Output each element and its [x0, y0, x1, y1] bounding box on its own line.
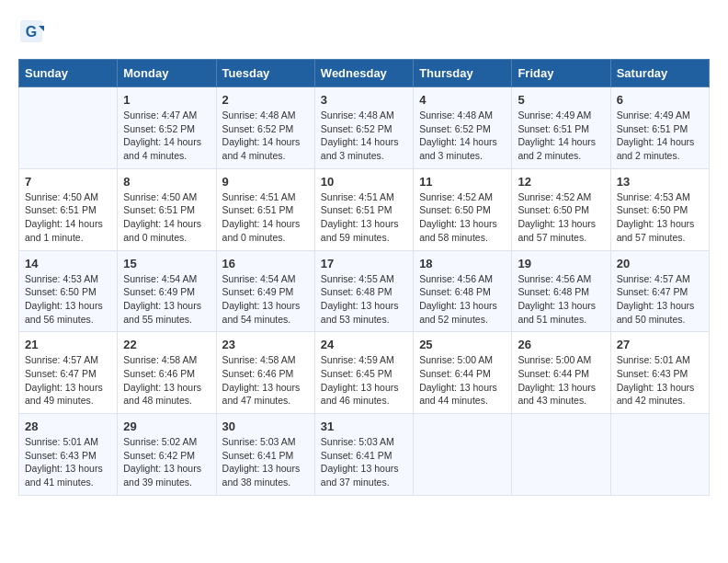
calendar-cell: 25Sunrise: 5:00 AMSunset: 6:44 PMDayligh…	[414, 332, 512, 414]
cell-content: Sunrise: 4:53 AMSunset: 6:50 PMDaylight:…	[25, 272, 111, 327]
cell-content: Sunrise: 4:52 AMSunset: 6:50 PMDaylight:…	[419, 190, 506, 245]
calendar-cell: 9Sunrise: 4:51 AMSunset: 6:51 PMDaylight…	[216, 168, 314, 250]
day-number: 14	[25, 257, 111, 270]
day-number: 24	[321, 338, 407, 351]
day-number: 2	[222, 93, 309, 107]
day-number: 1	[123, 93, 210, 107]
cell-content: Sunrise: 5:00 AMSunset: 6:44 PMDaylight:…	[419, 353, 506, 408]
day-number: 20	[617, 257, 703, 270]
calendar-cell: 10Sunrise: 4:51 AMSunset: 6:51 PMDayligh…	[314, 168, 413, 250]
weekday-header-row: SundayMondayTuesdayWednesdayThursdayFrid…	[19, 60, 710, 87]
calendar-cell	[512, 414, 610, 496]
weekday-header-saturday: Saturday	[610, 60, 709, 87]
calendar-cell	[610, 414, 709, 496]
cell-content: Sunrise: 4:49 AMSunset: 6:51 PMDaylight:…	[518, 109, 604, 163]
day-number: 6	[617, 93, 703, 107]
weekday-header-friday: Friday	[512, 60, 610, 87]
cell-content: Sunrise: 4:48 AMSunset: 6:52 PMDaylight:…	[419, 109, 506, 163]
day-number: 29	[123, 419, 210, 433]
calendar-cell: 30Sunrise: 5:03 AMSunset: 6:41 PMDayligh…	[216, 414, 314, 496]
calendar-cell: 27Sunrise: 5:01 AMSunset: 6:43 PMDayligh…	[610, 332, 709, 414]
cell-content: Sunrise: 4:52 AMSunset: 6:50 PMDaylight:…	[518, 190, 604, 245]
calendar-cell: 11Sunrise: 4:52 AMSunset: 6:50 PMDayligh…	[414, 168, 512, 250]
cell-content: Sunrise: 5:03 AMSunset: 6:41 PMDaylight:…	[321, 435, 407, 489]
calendar-cell: 19Sunrise: 4:56 AMSunset: 6:48 PMDayligh…	[512, 250, 610, 332]
calendar-cell: 3Sunrise: 4:48 AMSunset: 6:52 PMDaylight…	[314, 87, 413, 169]
day-number: 8	[123, 175, 210, 189]
cell-content: Sunrise: 4:54 AMSunset: 6:49 PMDaylight:…	[123, 272, 210, 327]
calendar-cell: 1Sunrise: 4:47 AMSunset: 6:52 PMDaylight…	[118, 87, 216, 169]
cell-content: Sunrise: 4:56 AMSunset: 6:48 PMDaylight:…	[419, 272, 506, 327]
calendar-cell: 5Sunrise: 4:49 AMSunset: 6:51 PMDaylight…	[512, 87, 610, 169]
weekday-header-wednesday: Wednesday	[314, 60, 413, 87]
cell-content: Sunrise: 4:57 AMSunset: 6:47 PMDaylight:…	[25, 353, 111, 408]
cell-content: Sunrise: 4:51 AMSunset: 6:51 PMDaylight:…	[321, 190, 407, 245]
calendar-cell: 23Sunrise: 4:58 AMSunset: 6:46 PMDayligh…	[216, 332, 314, 414]
calendar-cell	[19, 87, 118, 169]
week-row-1: 1Sunrise: 4:47 AMSunset: 6:52 PMDaylight…	[19, 87, 710, 169]
cell-content: Sunrise: 4:54 AMSunset: 6:49 PMDaylight:…	[222, 272, 309, 327]
calendar-cell: 31Sunrise: 5:03 AMSunset: 6:41 PMDayligh…	[314, 414, 413, 496]
cell-content: Sunrise: 4:48 AMSunset: 6:52 PMDaylight:…	[321, 109, 407, 163]
day-number: 13	[617, 175, 703, 189]
calendar-cell: 29Sunrise: 5:02 AMSunset: 6:42 PMDayligh…	[118, 414, 216, 496]
calendar-cell: 2Sunrise: 4:48 AMSunset: 6:52 PMDaylight…	[216, 87, 314, 169]
calendar-cell: 6Sunrise: 4:49 AMSunset: 6:51 PMDaylight…	[610, 87, 709, 169]
day-number: 26	[518, 338, 604, 351]
cell-content: Sunrise: 4:47 AMSunset: 6:52 PMDaylight:…	[123, 109, 210, 163]
day-number: 23	[222, 338, 309, 351]
day-number: 5	[518, 93, 604, 107]
calendar-cell: 16Sunrise: 4:54 AMSunset: 6:49 PMDayligh…	[216, 250, 314, 332]
day-number: 12	[518, 175, 604, 189]
day-number: 3	[321, 93, 407, 107]
day-number: 25	[419, 338, 506, 351]
calendar-cell: 26Sunrise: 5:00 AMSunset: 6:44 PMDayligh…	[512, 332, 610, 414]
calendar-cell: 22Sunrise: 4:58 AMSunset: 6:46 PMDayligh…	[118, 332, 216, 414]
logo: G	[18, 18, 48, 44]
day-number: 4	[419, 93, 506, 107]
cell-content: Sunrise: 4:49 AMSunset: 6:51 PMDaylight:…	[617, 109, 703, 163]
week-row-3: 14Sunrise: 4:53 AMSunset: 6:50 PMDayligh…	[19, 250, 710, 332]
cell-content: Sunrise: 4:50 AMSunset: 6:51 PMDaylight:…	[25, 190, 111, 245]
day-number: 9	[222, 175, 309, 189]
cell-content: Sunrise: 5:01 AMSunset: 6:43 PMDaylight:…	[617, 353, 703, 408]
day-number: 10	[321, 175, 407, 189]
week-row-5: 28Sunrise: 5:01 AMSunset: 6:43 PMDayligh…	[19, 414, 710, 496]
day-number: 28	[25, 419, 111, 433]
page-header: G	[18, 18, 710, 44]
cell-content: Sunrise: 4:57 AMSunset: 6:47 PMDaylight:…	[617, 272, 703, 327]
calendar-cell: 13Sunrise: 4:53 AMSunset: 6:50 PMDayligh…	[610, 168, 709, 250]
weekday-header-monday: Monday	[118, 60, 216, 87]
calendar-cell: 8Sunrise: 4:50 AMSunset: 6:51 PMDaylight…	[118, 168, 216, 250]
cell-content: Sunrise: 4:59 AMSunset: 6:45 PMDaylight:…	[321, 353, 407, 408]
cell-content: Sunrise: 5:00 AMSunset: 6:44 PMDaylight:…	[518, 353, 604, 408]
day-number: 31	[321, 419, 407, 433]
day-number: 17	[321, 257, 407, 270]
week-row-4: 21Sunrise: 4:57 AMSunset: 6:47 PMDayligh…	[19, 332, 710, 414]
day-number: 7	[25, 175, 111, 189]
day-number: 19	[518, 257, 604, 270]
cell-content: Sunrise: 4:51 AMSunset: 6:51 PMDaylight:…	[222, 190, 309, 245]
day-number: 30	[222, 419, 309, 433]
logo-icon: G	[18, 18, 44, 44]
calendar-cell: 18Sunrise: 4:56 AMSunset: 6:48 PMDayligh…	[414, 250, 512, 332]
cell-content: Sunrise: 4:48 AMSunset: 6:52 PMDaylight:…	[222, 109, 309, 163]
weekday-header-tuesday: Tuesday	[216, 60, 314, 87]
day-number: 27	[617, 338, 703, 351]
calendar-cell: 12Sunrise: 4:52 AMSunset: 6:50 PMDayligh…	[512, 168, 610, 250]
day-number: 11	[419, 175, 506, 189]
calendar-cell: 15Sunrise: 4:54 AMSunset: 6:49 PMDayligh…	[118, 250, 216, 332]
calendar-cell: 21Sunrise: 4:57 AMSunset: 6:47 PMDayligh…	[19, 332, 118, 414]
cell-content: Sunrise: 5:02 AMSunset: 6:42 PMDaylight:…	[123, 435, 210, 489]
week-row-2: 7Sunrise: 4:50 AMSunset: 6:51 PMDaylight…	[19, 168, 710, 250]
calendar-table: SundayMondayTuesdayWednesdayThursdayFrid…	[18, 59, 710, 496]
calendar-cell: 7Sunrise: 4:50 AMSunset: 6:51 PMDaylight…	[19, 168, 118, 250]
calendar-cell: 14Sunrise: 4:53 AMSunset: 6:50 PMDayligh…	[19, 250, 118, 332]
day-number: 16	[222, 257, 309, 270]
calendar-cell: 4Sunrise: 4:48 AMSunset: 6:52 PMDaylight…	[414, 87, 512, 169]
cell-content: Sunrise: 4:55 AMSunset: 6:48 PMDaylight:…	[321, 272, 407, 327]
calendar-cell: 20Sunrise: 4:57 AMSunset: 6:47 PMDayligh…	[610, 250, 709, 332]
cell-content: Sunrise: 4:50 AMSunset: 6:51 PMDaylight:…	[123, 190, 210, 245]
weekday-header-thursday: Thursday	[414, 60, 512, 87]
cell-content: Sunrise: 4:58 AMSunset: 6:46 PMDaylight:…	[123, 353, 210, 408]
